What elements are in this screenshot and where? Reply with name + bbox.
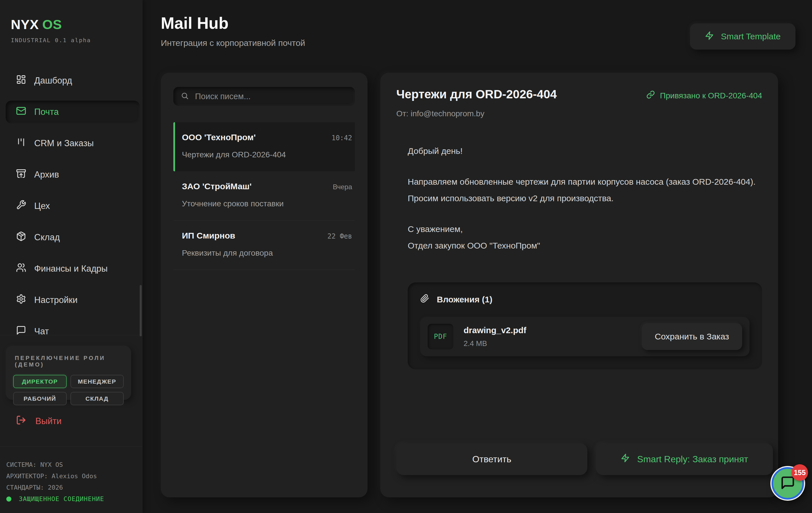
role-button-manager[interactable]: МЕНЕДЖЕР: [70, 375, 124, 388]
system-line: СИСТЕМА: NYX OS: [6, 459, 97, 471]
mail-list-item-stroymash[interactable]: ЗАО 'СтройМаш' Вчера Уточнение сроков по…: [173, 171, 355, 220]
smart-template-button[interactable]: Smart Template: [690, 23, 795, 50]
mail-sender: ООО 'ТехноПром': [182, 132, 256, 142]
standards-line: СТАНДАРТЫ: 2026: [6, 482, 97, 493]
sidebar-scrollbar[interactable]: [140, 285, 142, 336]
mail-detail-title: Чертежи для ORD-2026-404: [396, 88, 557, 101]
smart-reply-label: Smart Reply: Заказ принят: [637, 454, 748, 464]
logout-label: Выйти: [35, 416, 62, 426]
sidebar-item-warehouse[interactable]: Склад: [6, 226, 140, 249]
status-dot-icon: [6, 496, 11, 502]
sidebar-item-mail[interactable]: Почта: [6, 100, 140, 123]
sidebar-item-workshop[interactable]: Цех: [6, 195, 140, 217]
linked-order-badge[interactable]: Привязано к ORD-2026-404: [646, 90, 762, 101]
role-button-director[interactable]: ДИРЕКТОР: [13, 375, 67, 388]
logout-icon: [16, 415, 26, 427]
page-subtitle: Интеграция с корпоративной почтой: [161, 38, 305, 48]
chat-icon: [16, 325, 26, 335]
search-bar: [173, 87, 355, 106]
attachment-file-row[interactable]: PDF drawing_v2.pdf 2.4 MB Сохранить в За…: [420, 317, 750, 356]
attachments-card: Вложения (1) PDF drawing_v2.pdf 2.4 MB С…: [408, 282, 762, 369]
page-title: Mail Hub: [161, 14, 305, 32]
wrench-icon: [16, 200, 26, 212]
mail-detail-from: От: info@technoprom.by: [396, 109, 557, 118]
logout-button[interactable]: Выйти: [16, 415, 62, 427]
secure-connection-label: ЗАЩИЩЕННОЕ СОЕДИНЕНИЕ: [19, 495, 104, 503]
mail-detail-header: Чертежи для ORD-2026-404 От: info@techno…: [396, 88, 762, 118]
mail-subject: Уточнение сроков поставки: [182, 199, 352, 208]
logo-brand: NYX: [11, 17, 39, 32]
sidebar-item-label: Склад: [34, 232, 60, 243]
search-icon: [181, 92, 189, 101]
chat-unread-badge: 155: [791, 464, 808, 481]
sidebar-bottom: ПЕРЕКЛЮЧЕНИЕ РОЛИ (ДЕМО) ДИРЕКТОР МЕНЕДЖ…: [0, 335, 143, 513]
reply-button[interactable]: Ответить: [396, 443, 587, 475]
attachments-header: Вложения (1): [420, 294, 750, 305]
sidebar-item-archive[interactable]: Архив: [6, 163, 140, 186]
app-logo: NYXOS: [11, 17, 143, 32]
save-to-order-button[interactable]: Сохранить в Заказ: [642, 323, 742, 350]
logo-block: NYXOS INDUSTRIAL 0.1 alpha: [0, 0, 143, 43]
mail-subject: Чертежи для ORD-2026-404: [182, 150, 352, 159]
mail-sender: ЗАО 'СтройМаш': [182, 182, 252, 191]
role-switcher-title: ПЕРЕКЛЮЧЕНИЕ РОЛИ (ДЕМО): [15, 355, 124, 368]
main-content: Mail Hub Интеграция с корпоративной почт…: [143, 0, 812, 513]
role-button-warehouse[interactable]: СКЛАД: [70, 392, 124, 405]
zap-icon: [705, 31, 714, 42]
logo-accent: OS: [42, 17, 62, 32]
smart-template-label: Smart Template: [721, 32, 781, 41]
chat-bubble-icon: [780, 475, 795, 491]
mail-time: Вчера: [333, 183, 352, 191]
sidebar-item-crm[interactable]: CRM и Заказы: [6, 132, 140, 155]
mail-time: 22 Фев: [327, 232, 352, 240]
sidebar-item-label: CRM и Заказы: [34, 138, 94, 149]
sidebar-nav: Дашборд Почта CRM и Заказы Архив Цех Скл…: [6, 69, 140, 335]
zap-icon: [621, 453, 630, 465]
sidebar-item-label: Почта: [34, 107, 59, 117]
sidebar-item-label: Настройки: [34, 295, 78, 305]
body-greeting: Добрый день!: [408, 143, 762, 159]
sidebar-item-dashboard[interactable]: Дашборд: [6, 69, 140, 92]
body-line: Направляем обновленные чертежи для парти…: [408, 174, 762, 190]
mail-actions: Ответить Smart Reply: Заказ принят: [396, 443, 773, 475]
sidebar-item-settings[interactable]: Настройки: [6, 289, 140, 311]
system-info: СИСТЕМА: NYX OS АРХИТЕКТОР: Alexios Odos…: [6, 459, 97, 493]
archive-icon: [16, 169, 26, 181]
role-button-worker[interactable]: РАБОЧИЙ: [13, 392, 67, 405]
secure-connection-status: ЗАЩИЩЕННОЕ СОЕДИНЕНИЕ: [6, 495, 104, 503]
body-signature: Отдел закупок ООО "ТехноПром": [408, 237, 762, 254]
mail-list: ООО 'ТехноПром' 10:42 Чертежи для ORD-20…: [173, 122, 355, 270]
kanban-icon: [16, 137, 26, 150]
attachments-title: Вложения (1): [437, 295, 492, 304]
body-signature: С уважением,: [408, 221, 762, 237]
search-input[interactable]: [195, 92, 348, 101]
mail-subject: Реквизиты для договора: [182, 248, 352, 258]
mail-body: Добрый день! Направляем обновленные черт…: [408, 143, 762, 254]
sidebar-item-label: Чат: [34, 326, 49, 335]
mail-list-panel: ООО 'ТехноПром' 10:42 Чертежи для ORD-20…: [161, 73, 368, 497]
sidebar-item-finance-hr[interactable]: Финансы и Кадры: [6, 258, 140, 280]
mail-icon: [16, 106, 26, 118]
page-header: Mail Hub Интеграция с корпоративной почт…: [161, 14, 305, 48]
sidebar-item-label: Дашборд: [34, 76, 72, 86]
divider: [0, 446, 143, 447]
sidebar-item-label: Цех: [34, 201, 50, 211]
sidebar-item-chat[interactable]: Чат: [6, 320, 140, 335]
architect-line: АРХИТЕКТОР: Alexios Odos: [6, 471, 97, 482]
sidebar-item-label: Финансы и Кадры: [34, 264, 108, 274]
file-meta: drawing_v2.pdf 2.4 MB: [464, 326, 632, 348]
mail-time: 10:42: [331, 134, 352, 142]
role-grid: ДИРЕКТОР МЕНЕДЖЕР РАБОЧИЙ СКЛАД: [13, 375, 124, 405]
link-icon: [646, 90, 655, 101]
file-name: drawing_v2.pdf: [464, 326, 632, 335]
users-icon: [16, 263, 26, 275]
mail-list-item-technoprom[interactable]: ООО 'ТехноПром' 10:42 Чертежи для ORD-20…: [173, 122, 355, 171]
file-size: 2.4 MB: [464, 339, 632, 348]
chat-fab-button[interactable]: 155: [772, 467, 804, 500]
mail-list-item-smirnov[interactable]: ИП Смирнов 22 Фев Реквизиты для договора: [173, 220, 355, 270]
smart-reply-button[interactable]: Smart Reply: Заказ принят: [596, 443, 773, 475]
logo-subtitle: INDUSTRIAL 0.1 alpha: [11, 37, 143, 43]
paperclip-icon: [420, 294, 429, 305]
settings-icon: [16, 294, 26, 306]
pdf-file-type-badge: PDF: [428, 324, 453, 350]
